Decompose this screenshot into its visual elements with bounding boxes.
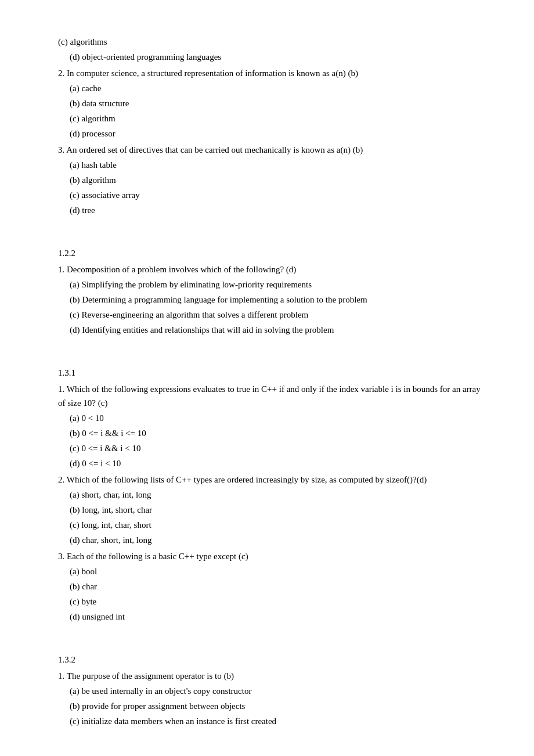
heading-1-3-2: 1.3.2 (58, 653, 488, 667)
question-3-algorithm: 3. An ordered set of directives that can… (58, 143, 488, 157)
main-content: (c) algorithms (d) object-oriented progr… (58, 35, 488, 728)
option-b-proper-assignment: (b) provide for proper assignment betwee… (70, 699, 488, 713)
option-a-short-char-int-long: (a) short, char, int, long (70, 488, 488, 502)
section-1-3-1: 1.3.1 1. Which of the following expressi… (58, 366, 488, 624)
option-b-data-structure: (b) data structure (70, 96, 488, 110)
option-b-char: (b) char (70, 579, 488, 593)
option-a-copy-constructor: (a) be used internally in an object's co… (70, 684, 488, 698)
section-continuation: (c) algorithms (d) object-oriented progr… (58, 35, 488, 217)
heading-1-2-2: 1.2.2 (58, 246, 488, 260)
option-d-oop: (d) object-oriented programming language… (70, 50, 488, 64)
option-b-long-int-short-char: (b) long, int, short, char (70, 503, 488, 517)
option-c-byte: (c) byte (70, 595, 488, 609)
question-1-expressions: 1. Which of the following expressions ev… (58, 382, 488, 410)
section-1-2-2: 1.2.2 1. Decomposition of a problem invo… (58, 246, 488, 337)
option-d-unsigned-int: (d) unsigned int (70, 610, 488, 624)
question-1-decomposition: 1. Decomposition of a problem involves w… (58, 262, 488, 276)
option-d-tree: (d) tree (70, 203, 488, 217)
option-d-char-short-int-long: (d) char, short, int, long (70, 533, 488, 547)
option-b-algorithm: (b) algorithm (70, 173, 488, 187)
option-a-hash-table: (a) hash table (70, 158, 488, 172)
option-d-identifying: (d) Identifying entities and relationshi… (70, 323, 488, 337)
option-a-0lt10: (a) 0 < 10 (70, 411, 488, 425)
question-1-assignment-operator: 1. The purpose of the assignment operato… (58, 669, 488, 683)
option-c-associative-array: (c) associative array (70, 188, 488, 202)
option-c-algorithms: (c) algorithms (58, 35, 488, 49)
option-a-simplifying: (a) Simplifying the problem by eliminati… (70, 278, 488, 291)
question-2-data-structure: 2. In computer science, a structured rep… (58, 66, 488, 80)
heading-1-3-1: 1.3.1 (58, 366, 488, 380)
question-2-sizeof: 2. Which of the following lists of C++ t… (58, 473, 488, 487)
question-3-basic-type: 3. Each of the following is a basic C++ … (58, 549, 488, 563)
option-c-initialize-data-members: (c) initialize data members when an inst… (70, 714, 488, 728)
option-b-0lteqi-and-ilteq10: (b) 0 <= i && i <= 10 (70, 426, 488, 440)
option-c-0lteqi-and-ilt10: (c) 0 <= i && i < 10 (70, 441, 488, 455)
option-c-reverse-engineering: (c) Reverse-engineering an algorithm tha… (70, 308, 488, 322)
option-a-bool: (a) bool (70, 564, 488, 578)
option-d-processor: (d) processor (70, 127, 488, 141)
option-c-algorithm: (c) algorithm (70, 111, 488, 125)
option-b-determining-language: (b) Determining a programming language f… (70, 293, 488, 307)
section-1-3-2: 1.3.2 1. The purpose of the assignment o… (58, 653, 488, 728)
option-a-cache: (a) cache (70, 81, 488, 95)
option-c-long-int-char-short: (c) long, int, char, short (70, 518, 488, 532)
option-d-0lteqi-lt10: (d) 0 <= i < 10 (70, 456, 488, 470)
